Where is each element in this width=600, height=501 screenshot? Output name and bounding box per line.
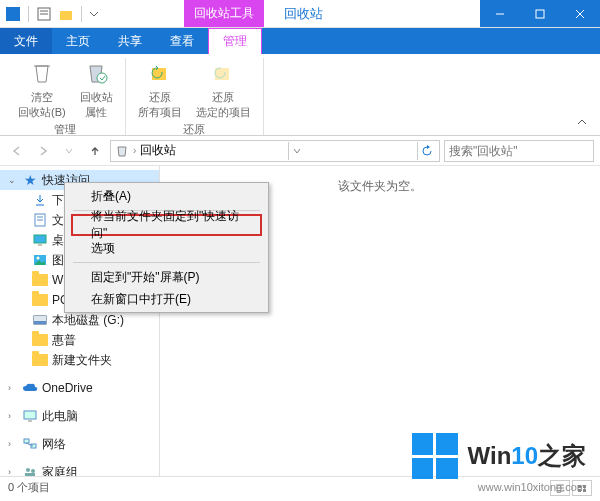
svg-rect-36 — [578, 489, 581, 492]
collapse-icon[interactable]: ⌄ — [8, 175, 18, 185]
quick-access-toolbar — [0, 0, 104, 27]
item-count: 0 个项目 — [8, 480, 50, 495]
properties-icon[interactable] — [37, 7, 51, 21]
network-icon — [22, 436, 38, 452]
tab-file[interactable]: 文件 — [0, 28, 52, 54]
tree-onedrive[interactable]: ›OneDrive — [0, 378, 159, 398]
ctx-collapse[interactable]: 折叠(A) — [67, 185, 266, 207]
ribbon-btn-label: 还原 — [212, 91, 234, 103]
tree-thispc[interactable]: ›此电脑 — [0, 406, 159, 426]
ctx-new-window[interactable]: 在新窗口中打开(E) — [67, 288, 266, 310]
tree-label: OneDrive — [42, 381, 93, 395]
thispc-icon — [22, 408, 38, 424]
tab-manage[interactable]: 管理 — [208, 28, 262, 54]
close-button[interactable] — [560, 0, 600, 27]
ribbon-btn-label: 属性 — [85, 106, 107, 118]
tree-homegroup[interactable]: ›家庭组 — [0, 462, 159, 476]
ribbon-group-restore: 还原 所有项目 还原 选定的项目 还原 — [126, 58, 264, 135]
tree-network[interactable]: ›网络 — [0, 434, 159, 454]
svg-point-27 — [26, 468, 30, 472]
breadcrumb[interactable]: › 回收站 — [110, 140, 440, 162]
recent-dropdown[interactable] — [58, 140, 80, 162]
refresh-button[interactable] — [417, 142, 435, 160]
ribbon-group-label: 管理 — [54, 120, 76, 139]
minimize-button[interactable] — [480, 0, 520, 27]
tree-label: 惠普 — [52, 332, 76, 349]
dropdown-chevron[interactable] — [288, 142, 306, 160]
qat-dropdown-icon[interactable] — [90, 10, 98, 18]
ctx-pin-quickaccess[interactable]: 将当前文件夹固定到"快速访问" — [71, 214, 262, 236]
folder-icon — [32, 272, 48, 288]
tree-localdisk[interactable]: 本地磁盘 (G:) — [0, 310, 159, 330]
svg-rect-11 — [215, 68, 229, 80]
recycle-bin-properties-button[interactable]: 回收站 属性 — [76, 58, 117, 120]
address-bar: › 回收站 — [0, 136, 600, 166]
tab-home[interactable]: 主页 — [52, 28, 104, 54]
svg-rect-37 — [583, 489, 586, 492]
chevron-right-icon[interactable]: › — [133, 145, 136, 156]
ribbon-btn-label: 清空 — [31, 91, 53, 103]
restore-selected-icon — [209, 60, 237, 88]
tree-label: 此电脑 — [42, 408, 78, 425]
svg-rect-10 — [152, 68, 166, 80]
restore-selected-button[interactable]: 还原 选定的项目 — [192, 58, 255, 120]
tab-share[interactable]: 共享 — [104, 28, 156, 54]
folder-icon — [32, 292, 48, 308]
ribbon-btn-label: 还原 — [149, 91, 171, 103]
tree-label: 网络 — [42, 436, 66, 453]
title-bar: 回收站工具 回收站 — [0, 0, 600, 28]
pictures-icon — [32, 252, 48, 268]
restore-all-button[interactable]: 还原 所有项目 — [134, 58, 186, 120]
ribbon-group-label: 还原 — [183, 120, 205, 139]
ribbon: 清空 回收站(B) 回收站 属性 管理 还原 所有项目 还原 选定的项目 还原 — [0, 54, 600, 136]
svg-rect-18 — [34, 235, 46, 243]
disk-icon — [32, 312, 48, 328]
tree-label: 新建文件夹 — [52, 352, 112, 369]
window-controls — [480, 0, 600, 27]
svg-point-21 — [37, 257, 40, 260]
ribbon-btn-label: 所有项目 — [138, 106, 182, 118]
svg-rect-22 — [24, 411, 36, 419]
ribbon-btn-label: 回收站(B) — [18, 106, 66, 118]
forward-button[interactable] — [32, 140, 54, 162]
onedrive-icon — [22, 380, 38, 396]
new-folder-icon[interactable] — [59, 7, 73, 21]
tree-newfolder[interactable]: 新建文件夹 — [0, 350, 159, 370]
icons-view-button[interactable] — [572, 480, 592, 496]
recycle-bin-icon — [115, 144, 129, 158]
details-view-button[interactable] — [550, 480, 570, 496]
tree-huipu[interactable]: 惠普 — [0, 330, 159, 350]
expand-icon[interactable]: › — [8, 411, 18, 421]
up-button[interactable] — [84, 140, 106, 162]
ribbon-group-manage: 清空 回收站(B) 回收站 属性 管理 — [6, 58, 126, 135]
collapse-ribbon-button[interactable] — [570, 112, 594, 135]
maximize-button[interactable] — [520, 0, 560, 27]
search-box[interactable] — [444, 140, 594, 162]
folder-icon — [32, 332, 48, 348]
tab-view[interactable]: 查看 — [156, 28, 208, 54]
recycle-bin-empty-icon — [28, 60, 56, 88]
app-icon — [6, 7, 20, 21]
window-title: 回收站 — [264, 0, 480, 27]
svg-rect-29 — [25, 473, 35, 476]
expand-icon[interactable]: › — [8, 439, 18, 449]
ribbon-btn-label: 回收站 — [80, 91, 113, 103]
ctx-pin-start[interactable]: 固定到"开始"屏幕(P) — [67, 266, 266, 288]
svg-rect-34 — [578, 485, 581, 488]
svg-point-9 — [97, 73, 107, 83]
folder-icon — [32, 352, 48, 368]
expand-icon[interactable]: › — [8, 383, 18, 393]
context-menu: 折叠(A) 将当前文件夹固定到"快速访问" 选项 固定到"开始"屏幕(P) 在新… — [64, 182, 269, 313]
restore-all-icon — [146, 60, 174, 88]
breadcrumb-location[interactable]: 回收站 — [140, 142, 176, 159]
svg-point-28 — [31, 469, 35, 473]
svg-rect-35 — [583, 485, 586, 488]
contextual-tab-label: 回收站工具 — [184, 0, 264, 27]
expand-icon[interactable]: › — [8, 467, 18, 476]
empty-recycle-bin-button[interactable]: 清空 回收站(B) — [14, 58, 70, 120]
back-button[interactable] — [6, 140, 28, 162]
downloads-icon — [32, 192, 48, 208]
menu-separator — [73, 262, 260, 263]
svg-rect-3 — [60, 11, 72, 20]
search-input[interactable] — [449, 144, 599, 158]
